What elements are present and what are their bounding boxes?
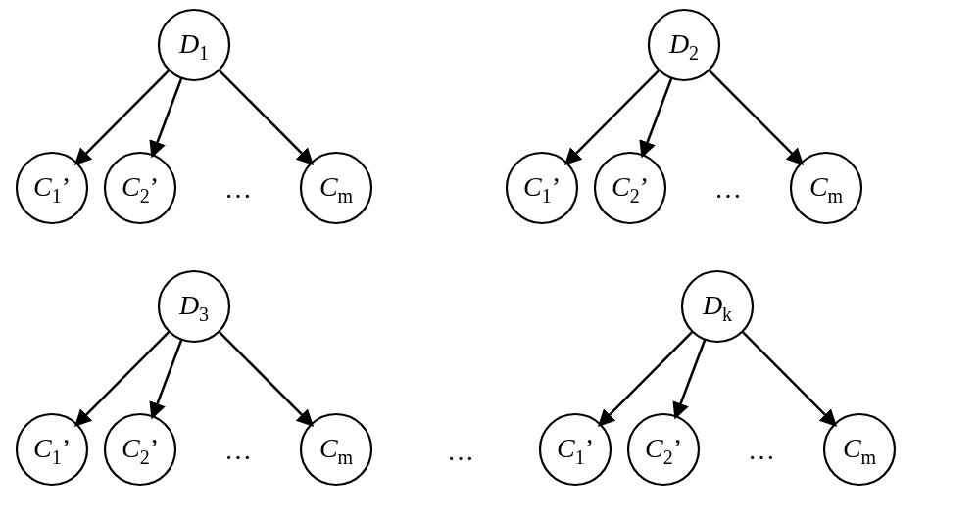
- edge-2: [219, 70, 311, 164]
- trees-ellipsis: …: [447, 436, 474, 466]
- tree-Dk: DkC1’C2’Cm…: [540, 271, 895, 485]
- edge-1: [153, 78, 182, 156]
- edge-2: [219, 332, 311, 425]
- child-label-2: Cm: [319, 433, 354, 467]
- diagram-canvas: D1C1’C2’Cm…D2C1’C2’Cm…D3C1’C2’Cm…DkC1’C2…: [0, 0, 980, 516]
- child-label-2: Cm: [319, 171, 354, 206]
- child-label-0: C1’: [33, 171, 71, 206]
- child-label-1: C2’: [122, 171, 159, 206]
- tree-D2: D2C1’C2’Cm…: [507, 10, 861, 223]
- root-label: D3: [178, 290, 209, 324]
- tree-D3: D3C1’C2’Cm…: [17, 271, 371, 485]
- children-ellipsis: …: [748, 435, 775, 465]
- child-label-1: C2’: [645, 433, 682, 467]
- edge-2: [742, 332, 834, 425]
- edge-2: [709, 70, 801, 164]
- child-label-1: C2’: [122, 433, 159, 467]
- edge-1: [676, 340, 706, 417]
- root-label: D2: [668, 28, 699, 63]
- edge-1: [643, 78, 672, 156]
- child-label-1: C2’: [612, 171, 649, 206]
- edge-1: [153, 340, 182, 417]
- children-ellipsis: …: [224, 173, 252, 204]
- tree-D1: D1C1’C2’Cm…: [17, 10, 371, 223]
- child-label-0: C1’: [33, 433, 71, 467]
- children-ellipsis: …: [224, 435, 252, 465]
- root-label: D1: [178, 28, 209, 63]
- child-label-0: C1’: [523, 171, 561, 206]
- child-label-0: C1’: [557, 433, 594, 467]
- children-ellipsis: …: [714, 173, 742, 204]
- child-label-2: Cm: [809, 171, 844, 206]
- child-label-2: Cm: [843, 433, 877, 467]
- root-label: Dk: [702, 290, 732, 324]
